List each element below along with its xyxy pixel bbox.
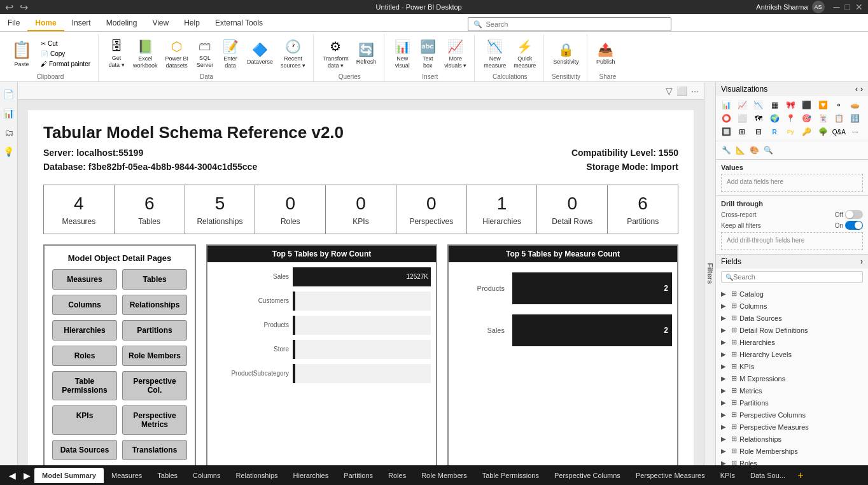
cross-report-toggle-track[interactable] [845, 210, 863, 219]
new-measure-button[interactable]: 📉 Newmeasure [481, 38, 508, 71]
search-input[interactable] [486, 20, 666, 28]
tab-view[interactable]: View [144, 14, 176, 31]
viz-funnel-icon[interactable]: 🔽 [816, 99, 829, 111]
viz-card-icon[interactable]: 🃏 [816, 112, 829, 125]
field-item-detail-row-defs[interactable]: ▶ ⊞ Detail Row Definitions [716, 324, 868, 336]
tables-btn[interactable]: Tables [122, 269, 187, 290]
build-visual-icon1[interactable]: 🔧 [720, 144, 732, 157]
next-page-button[interactable]: ▶ [20, 470, 34, 481]
tab-hierarchies[interactable]: Hierarchies [286, 468, 337, 483]
quick-measure-button[interactable]: ⚡ Quickmeasure [511, 38, 538, 71]
measures-btn[interactable]: Measures [52, 269, 117, 290]
field-item-partitions[interactable]: ▶ ⊞ Partitions [716, 397, 868, 409]
perspective-col-btn[interactable]: Perspective Col. [122, 371, 187, 400]
maximize-button[interactable]: □ [845, 2, 850, 12]
viz-matrix-icon[interactable]: ⊟ [752, 125, 765, 138]
viz-waterfall-icon[interactable]: ⬛ [801, 99, 813, 111]
viz-donut-icon[interactable]: ⭕ [720, 112, 732, 125]
table-permissions-btn[interactable]: Table Permissions [52, 371, 117, 400]
fields-expand-icon[interactable]: › [860, 257, 863, 266]
tab-measures[interactable]: Measures [104, 468, 150, 483]
fields-header[interactable]: Fields › [716, 255, 868, 269]
copy-button[interactable]: 📄 Copy [38, 49, 93, 59]
viz-pie-icon[interactable]: 🥧 [849, 99, 862, 111]
enter-data-button[interactable]: 📝 Enterdata [219, 38, 242, 71]
field-item-columns[interactable]: ▶ ⊞ Columns [716, 300, 868, 312]
viz-decomp-tree-icon[interactable]: 🌳 [816, 125, 829, 138]
viz-table-icon[interactable]: ⊞ [736, 125, 748, 138]
viz-kpi-icon[interactable]: 🔢 [849, 112, 862, 125]
filter-icon[interactable]: ▽ [666, 86, 673, 96]
tab-model-summary[interactable]: Model Summary [34, 468, 104, 483]
viz-ribbon-chart-icon[interactable]: 🎀 [784, 99, 797, 111]
data-view-icon[interactable]: 📊 [2, 106, 16, 120]
viz-area-chart-icon[interactable]: 📉 [752, 99, 765, 111]
field-item-m-expressions[interactable]: ▶ ⊞ M Expressions [716, 372, 868, 384]
focus-mode-icon[interactable]: ⬜ [676, 86, 687, 96]
viz-more-visuals-icon[interactable]: ··· [849, 125, 862, 138]
redo-icon[interactable]: ↪ [20, 1, 28, 13]
fields-search-input[interactable] [733, 273, 858, 281]
data-sources-btn[interactable]: Data Sources [52, 440, 117, 460]
field-item-perspective-columns[interactable]: ▶ ⊞ Perspective Columns [716, 409, 868, 421]
tab-columns[interactable]: Columns [185, 468, 228, 483]
tab-roles[interactable]: Roles [381, 468, 414, 483]
viz-qa-icon[interactable]: Q&A [832, 125, 845, 138]
publish-button[interactable]: 📤 Publish [594, 41, 618, 67]
format-painter-button[interactable]: 🖌 Format painter [38, 59, 93, 69]
viz-key-influencers-icon[interactable]: 🔑 [801, 125, 813, 138]
excel-button[interactable]: 📗 Excelworkbook [130, 38, 160, 71]
new-visual-button[interactable]: 📊 Newvisual [391, 38, 414, 71]
field-item-roles[interactable]: ▶ ⊞ Roles [716, 457, 868, 465]
perspective-metrics-btn[interactable]: Perspective Metrics [122, 405, 187, 435]
more-options-icon[interactable]: ··· [691, 86, 699, 96]
undo-icon[interactable]: ↩ [5, 1, 13, 13]
viz-gauge-icon[interactable]: 🎯 [801, 112, 813, 125]
prev-page-button[interactable]: ◀ [5, 470, 20, 481]
hierarchies-btn[interactable]: Hierarchies [52, 320, 117, 341]
field-item-catalog[interactable]: ▶ ⊞ Catalog [716, 288, 868, 300]
tab-table-permissions[interactable]: Table Permissions [475, 468, 547, 483]
minimize-button[interactable]: ─ [834, 2, 840, 12]
viz-treemap-icon[interactable]: ⬜ [736, 112, 748, 125]
field-item-perspective-measures[interactable]: ▶ ⊞ Perspective Measures [716, 421, 868, 433]
close-button[interactable]: ✕ [855, 2, 863, 12]
add-drill-through-fields[interactable]: Add drill-through fields here [721, 232, 863, 250]
keep-filters-toggle-track[interactable] [845, 221, 863, 230]
viz-azure-map-icon[interactable]: 📍 [784, 112, 797, 125]
refresh-button[interactable]: 🔄 Refresh [354, 41, 379, 67]
viz-stacked-bar-icon[interactable]: ▦ [768, 99, 781, 111]
tab-role-members[interactable]: Role Members [414, 468, 475, 483]
tab-perspective-columns[interactable]: Perspective Columns [547, 468, 628, 483]
viz-bar-chart-icon[interactable]: 📊 [720, 99, 732, 111]
partitions-btn[interactable]: Partitions [122, 320, 187, 341]
viz-python-icon[interactable]: Py [784, 125, 797, 138]
sql-server-button[interactable]: 🗃 SQLServer [193, 38, 216, 70]
paste-button[interactable]: 📋 Paste [8, 36, 36, 72]
build-visual-icon3[interactable]: 🎨 [748, 144, 760, 157]
roles-btn[interactable]: Roles [52, 346, 117, 366]
tab-tables[interactable]: Tables [150, 468, 185, 483]
sensitivity-button[interactable]: 🔒 Sensitivity [550, 41, 582, 67]
tab-external-tools[interactable]: External Tools [207, 14, 270, 31]
dataverse-button[interactable]: 🔷 Dataverse [244, 41, 276, 67]
dax-query-icon[interactable]: 💡 [2, 144, 16, 158]
cross-report-toggle[interactable]: Off [835, 210, 863, 219]
viz-line-chart-icon[interactable]: 📈 [736, 99, 748, 111]
field-item-role-memberships[interactable]: ▶ ⊞ Role Memberships [716, 445, 868, 457]
field-item-metrics[interactable]: ▶ ⊞ Metrics [716, 384, 868, 397]
field-item-relationships[interactable]: ▶ ⊞ Relationships [716, 433, 868, 445]
viz-multirow-card-icon[interactable]: 📋 [832, 112, 845, 125]
tab-insert[interactable]: Insert [64, 14, 99, 31]
kpis-btn[interactable]: KPIs [52, 405, 117, 435]
recent-sources-button[interactable]: 🕐 Recentsources ▾ [278, 38, 308, 71]
viz-map-icon[interactable]: 🗺 [752, 112, 765, 125]
role-members-btn[interactable]: Role Members [122, 346, 187, 366]
relationships-btn[interactable]: Relationships [122, 295, 187, 315]
power-bi-datasets-button[interactable]: ⬡ Power BIdatasets [163, 38, 192, 71]
tab-relationships[interactable]: Relationships [228, 468, 285, 483]
add-page-button[interactable]: + [793, 468, 808, 483]
viz-expand-icon[interactable]: › [860, 85, 863, 94]
tab-help[interactable]: Help [176, 14, 207, 31]
add-data-fields-here[interactable]: Add data fields here [721, 174, 863, 192]
